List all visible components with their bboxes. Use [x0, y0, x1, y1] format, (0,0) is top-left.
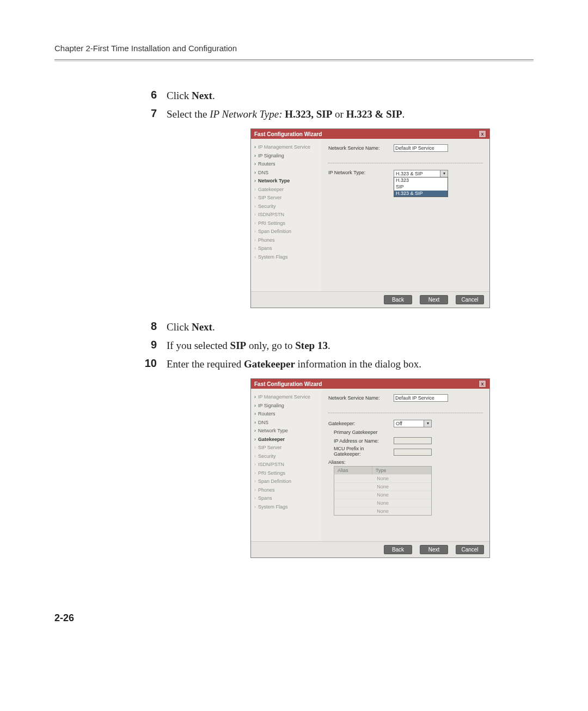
sidebar-item[interactable]: ›IP Management Service	[254, 393, 318, 402]
sidebar-item[interactable]: ›Network Type	[254, 427, 318, 436]
table-row[interactable]: None	[334, 491, 431, 499]
table-row[interactable]: None	[334, 474, 431, 482]
network-service-name-input[interactable]: Default IP Service	[394, 394, 448, 402]
dropdown-option[interactable]: SIP	[394, 184, 448, 191]
wizard-sidebar: ›IP Management Service ›IP Signaling ›Ro…	[251, 389, 322, 541]
chevron-icon: ›	[254, 245, 256, 253]
gatekeeper-select[interactable]: Off ▾	[394, 420, 432, 427]
network-service-name-row: Network Service Name: Default IP Service	[328, 144, 483, 152]
table-row[interactable]: None	[334, 499, 431, 507]
step-number: 7	[142, 107, 157, 120]
field-label: Network Service Name:	[328, 395, 388, 401]
sidebar-item[interactable]: ›Phones	[254, 236, 318, 245]
sidebar-item-label: Span Definition	[258, 228, 291, 236]
sidebar-item[interactable]: ›Security	[254, 452, 318, 461]
chevron-icon: ›	[254, 461, 256, 469]
next-button[interactable]: Next	[420, 545, 448, 554]
steps-list: 6 Click Next. 7 Select the IP Network Ty…	[142, 89, 534, 558]
ip-address-row: IP Address or Name:	[328, 437, 483, 444]
table-row[interactable]: None	[334, 482, 431, 491]
sidebar-item-network-type[interactable]: ›Network Type	[254, 177, 318, 186]
sidebar-item[interactable]: ›System Flags	[254, 503, 318, 512]
sidebar-item-gatekeeper[interactable]: ›Gatekeeper	[254, 436, 318, 444]
step-text: Enter the required Gatekeeper informatio…	[167, 357, 421, 371]
sidebar-item[interactable]: ›PRI Settings	[254, 219, 318, 228]
sidebar-item[interactable]: ›IP Management Service	[254, 143, 318, 152]
dropdown-list[interactable]: H.323 SIP H.323 & SIP	[394, 177, 448, 197]
sidebar-item[interactable]: ›Security	[254, 203, 318, 211]
text: .	[212, 321, 215, 333]
cancel-button[interactable]: Cancel	[456, 545, 484, 554]
text: Enter the required	[167, 358, 244, 370]
mcu-prefix-input[interactable]	[394, 449, 432, 456]
sidebar-item[interactable]: ›ISDN/PSTN	[254, 211, 318, 219]
text: Select the	[167, 108, 210, 120]
next-button[interactable]: Next	[420, 295, 448, 304]
dropdown-option[interactable]: H.323	[394, 177, 448, 184]
ip-network-type-select[interactable]: H.323 & SIP ▾	[394, 170, 448, 177]
sidebar-item[interactable]: ›System Flags	[254, 253, 318, 262]
sidebar-item[interactable]: ›ISDN/PSTN	[254, 461, 318, 469]
ip-address-input[interactable]	[394, 437, 432, 444]
sidebar-item-label: Phones	[258, 237, 275, 244]
table-row[interactable]: None	[334, 507, 431, 515]
italic-text: IP Network Type:	[210, 108, 282, 120]
back-button[interactable]: Back	[384, 545, 412, 554]
step-9: 9 If you selected SIP only, go to Step 1…	[142, 339, 534, 353]
sidebar-item[interactable]: ›Routers	[254, 160, 318, 169]
sidebar-item[interactable]: ›Span Definition	[254, 477, 318, 486]
field-label: IP Address or Name:	[334, 438, 388, 444]
bold-text: H.323, SIP	[282, 108, 332, 120]
sidebar-item[interactable]: ›DNS	[254, 169, 318, 177]
sidebar-item-label: ISDN/PSTN	[258, 211, 284, 219]
sidebar-item[interactable]: ›Spans	[254, 244, 318, 253]
sidebar-item-label: Spans	[258, 495, 272, 502]
sidebar-item[interactable]: ›SIP Server	[254, 194, 318, 203]
sidebar-item[interactable]: ›IP Signaling	[254, 402, 318, 410]
sidebar-item[interactable]: ›Routers	[254, 410, 318, 419]
back-button[interactable]: Back	[384, 295, 412, 304]
dropdown-option-selected[interactable]: H.323 & SIP	[394, 191, 448, 197]
sidebar-item[interactable]: ›Gatekeeper	[254, 186, 318, 194]
sidebar-item[interactable]: ›Span Definition	[254, 228, 318, 236]
wizard-screenshot-1: Fast Configuration Wizard x ›IP Manageme…	[250, 128, 490, 308]
chevron-icon: ›	[254, 444, 256, 452]
step-number: 8	[142, 320, 157, 333]
sidebar-item-label: System Flags	[258, 504, 288, 511]
close-icon[interactable]: x	[479, 380, 486, 388]
network-service-name-input[interactable]: Default IP Service	[394, 144, 448, 152]
gatekeeper-row: Gatekeeper: Off ▾	[328, 420, 483, 427]
sidebar-item[interactable]: ›IP Signaling	[254, 152, 318, 161]
chevron-icon: ›	[254, 161, 256, 168]
sidebar-item-label: Phones	[258, 487, 275, 494]
aliases-table: Alias Type None None None None None	[334, 466, 432, 516]
sidebar-item[interactable]: ›DNS	[254, 419, 318, 427]
field-label: Gatekeeper:	[328, 421, 388, 426]
text: .	[402, 108, 405, 120]
text: information in the dialog box.	[295, 358, 421, 370]
chevron-down-icon: ▾	[440, 170, 448, 177]
sidebar-item-label: Gatekeeper	[258, 186, 284, 194]
sidebar-item[interactable]: ›SIP Server	[254, 444, 318, 452]
text: only, go to	[246, 340, 295, 351]
titlebar: Fast Configuration Wizard x	[251, 129, 489, 139]
field-label: IP Network Type:	[328, 170, 388, 175]
cancel-button[interactable]: Cancel	[456, 295, 484, 304]
sidebar-item[interactable]: ›Phones	[254, 486, 318, 495]
wizard-main: Network Service Name: Default IP Service…	[322, 139, 489, 291]
chevron-icon: ›	[254, 152, 256, 160]
close-icon[interactable]: x	[479, 130, 486, 138]
sidebar-item[interactable]: ›Spans	[254, 494, 318, 503]
field-label: Network Service Name:	[328, 145, 388, 151]
chevron-icon: ›	[254, 194, 256, 202]
chevron-icon: ›	[254, 470, 256, 477]
text: .	[328, 340, 330, 351]
chevron-icon: ›	[254, 203, 256, 211]
wizard-sidebar: ›IP Management Service ›IP Signaling ›Ro…	[251, 139, 322, 291]
step-number: 6	[142, 89, 157, 101]
select-value: H.323 & SIP	[394, 170, 425, 177]
chevron-icon: ›	[254, 169, 256, 177]
sidebar-item[interactable]: ›PRI Settings	[254, 469, 318, 478]
step-8: 8 Click Next.	[142, 320, 534, 334]
wizard-screenshot-2: Fast Configuration Wizard x ›IP Manageme…	[250, 378, 490, 558]
